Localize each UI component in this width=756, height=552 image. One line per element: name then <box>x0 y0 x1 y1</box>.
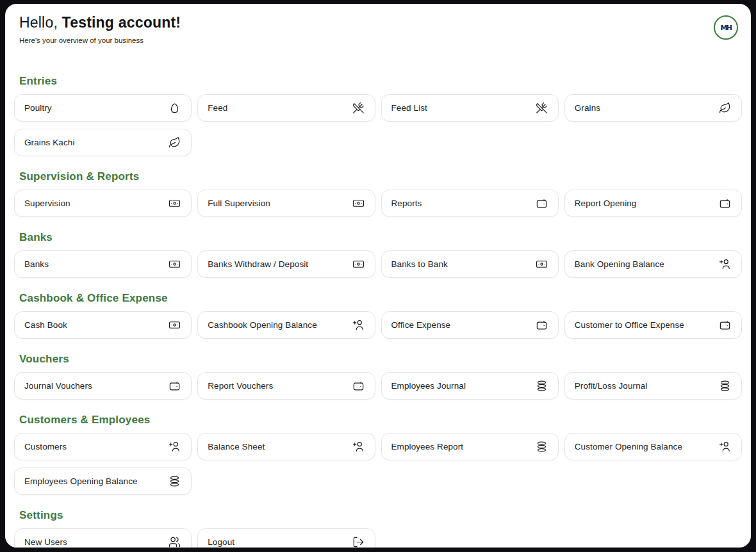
card-label: Banks <box>24 259 49 269</box>
card-banks-to-bank[interactable]: Banks to Bank <box>381 250 559 278</box>
card-cash-book[interactable]: Cash Book <box>14 311 192 339</box>
card-label: Full Supervision <box>208 199 270 208</box>
card-label: Report Vouchers <box>208 381 273 391</box>
section-title: Vouchers <box>19 353 737 366</box>
window-frame: Hello, Testing account! Here's your over… <box>0 0 756 552</box>
section-title: Customers & Employees <box>19 414 737 426</box>
card-balance-sheet[interactable]: Balance Sheet <box>197 433 375 460</box>
card-banks[interactable]: Banks <box>14 250 192 278</box>
user-plus-icon <box>352 319 365 331</box>
section-title: Supervision & Reports <box>19 170 737 183</box>
card-reports[interactable]: Reports <box>381 190 559 217</box>
card-cashbook-opening-balance[interactable]: Cashbook Opening Balance <box>197 311 375 339</box>
section-cashbook-office-expense: Cashbook & Office Expense Cash Book Cash… <box>14 292 742 339</box>
coins-stack-icon <box>719 380 731 392</box>
banknote-icon <box>168 197 181 209</box>
coins-stack-icon <box>536 380 548 392</box>
user-plus-icon <box>719 258 731 270</box>
coins-stack-icon <box>536 441 548 453</box>
card-label: Grains Kachi <box>24 138 74 147</box>
section-entries: Entries Poultry Feed Feed List Grains Gr… <box>14 75 742 156</box>
card-label: Balance Sheet <box>208 442 265 451</box>
card-label: Feed <box>208 103 227 113</box>
card-employees-opening-balance[interactable]: Employees Opening Balance <box>14 467 192 495</box>
section-customers-employees: Customers & Employees Customers Balance … <box>14 414 742 495</box>
utensils-crossed-icon <box>352 102 365 114</box>
banknote-icon <box>352 197 365 209</box>
card-customer-opening-balance[interactable]: Customer Opening Balance <box>564 433 742 460</box>
card-label: Profit/Loss Journal <box>575 381 648 391</box>
section-title: Settings <box>19 509 737 522</box>
card-full-supervision[interactable]: Full Supervision <box>197 190 375 217</box>
card-poultry[interactable]: Poultry <box>14 94 192 122</box>
card-grid: Customers Balance Sheet Employees Report… <box>14 433 742 495</box>
logout-icon <box>352 536 365 548</box>
card-employees-report[interactable]: Employees Report <box>381 433 559 460</box>
card-label: Employees Opening Balance <box>24 476 138 486</box>
wallet-icon <box>719 319 731 331</box>
page-title: Hello, Testing account! <box>19 13 737 32</box>
card-label: Banks to Bank <box>391 259 448 269</box>
section-title: Cashbook & Office Expense <box>19 292 737 305</box>
card-grains-kachi[interactable]: Grains Kachi <box>14 129 192 156</box>
card-label: Banks Withdraw / Deposit <box>208 259 308 269</box>
card-grains[interactable]: Grains <box>564 94 742 122</box>
card-label: Employees Journal <box>391 381 466 391</box>
card-customers[interactable]: Customers <box>14 433 192 460</box>
card-grid: Banks Banks Withdraw / Deposit Banks to … <box>14 250 742 278</box>
wallet-icon <box>536 197 548 209</box>
section-title: Banks <box>19 231 737 244</box>
card-logout[interactable]: Logout <box>197 528 375 548</box>
section-supervision-reports: Supervision & Reports Supervision Full S… <box>14 170 742 217</box>
card-feed-list[interactable]: Feed List <box>381 94 559 122</box>
card-office-expense[interactable]: Office Expense <box>381 311 559 339</box>
card-label: Supervision <box>24 199 70 208</box>
card-customer-to-office-expense[interactable]: Customer to Office Expense <box>564 311 742 339</box>
card-grid: Supervision Full Supervision Reports Rep… <box>14 190 742 217</box>
card-profit-loss-journal[interactable]: Profit/Loss Journal <box>564 372 742 400</box>
card-grid: New Users Logout <box>14 528 742 548</box>
card-label: Poultry <box>24 103 52 113</box>
card-journal-vouchers[interactable]: Journal Vouchers <box>14 372 192 400</box>
dashboard-page: Hello, Testing account! Here's your over… <box>5 4 751 548</box>
card-label: Cashbook Opening Balance <box>208 320 317 330</box>
wallet-icon <box>719 197 731 209</box>
card-feed[interactable]: Feed <box>197 94 375 122</box>
card-label: Report Opening <box>575 199 637 208</box>
card-new-users[interactable]: New Users <box>14 528 192 548</box>
card-label: Journal Vouchers <box>24 381 92 391</box>
card-report-opening[interactable]: Report Opening <box>564 190 742 217</box>
card-label: Customer Opening Balance <box>575 442 682 451</box>
leaf-icon <box>168 136 181 149</box>
wallet-icon <box>168 380 181 392</box>
banknote-icon <box>352 258 365 270</box>
wallet-icon <box>352 380 365 392</box>
utensils-crossed-icon <box>536 102 548 114</box>
section-settings: Settings New Users Logout <box>14 509 742 548</box>
users-icon <box>168 536 181 548</box>
card-grid: Journal Vouchers Report Vouchers Employe… <box>14 372 742 400</box>
card-label: New Users <box>24 537 67 547</box>
user-plus-icon <box>352 441 365 453</box>
user-plus-icon <box>719 441 731 453</box>
card-banks-withdraw-deposit[interactable]: Banks Withdraw / Deposit <box>197 250 375 278</box>
profile-avatar-button[interactable]: MH <box>714 15 738 40</box>
card-label: Feed List <box>391 103 427 113</box>
logo-monogram: MH <box>720 24 731 32</box>
card-label: Grains <box>575 103 600 113</box>
card-label: Office Expense <box>391 320 451 330</box>
card-label: Reports <box>391 199 422 208</box>
wallet-icon <box>536 319 548 331</box>
coins-stack-icon <box>168 475 181 487</box>
page-header: Hello, Testing account! Here's your over… <box>14 13 742 44</box>
banknote-icon <box>168 258 181 270</box>
card-report-vouchers[interactable]: Report Vouchers <box>197 372 375 400</box>
card-supervision[interactable]: Supervision <box>14 190 192 217</box>
account-name: Testing account! <box>58 14 181 31</box>
card-grid: Poultry Feed Feed List Grains Grains Kac… <box>14 94 742 156</box>
card-bank-opening-balance[interactable]: Bank Opening Balance <box>564 250 742 278</box>
section-vouchers: Vouchers Journal Vouchers Report Voucher… <box>14 353 742 400</box>
card-label: Logout <box>208 537 234 547</box>
egg-icon <box>168 102 181 114</box>
card-employees-journal[interactable]: Employees Journal <box>381 372 559 400</box>
